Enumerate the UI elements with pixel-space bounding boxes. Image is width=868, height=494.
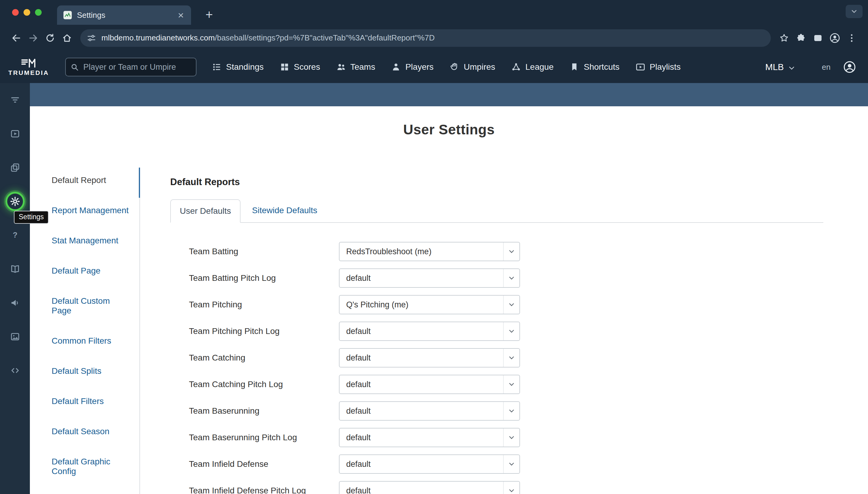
home-button[interactable] bbox=[59, 30, 76, 46]
chevron-down-icon bbox=[503, 269, 519, 287]
nav-item-label: League bbox=[526, 62, 553, 72]
field-label: Team Batting Pitch Log bbox=[189, 273, 339, 283]
team-baserunning-select[interactable]: default bbox=[339, 401, 520, 421]
field-label: Team Catching Pitch Log bbox=[189, 380, 339, 389]
sidebar-item-announcements[interactable] bbox=[0, 286, 30, 320]
select-value: default bbox=[339, 406, 503, 416]
video-icon bbox=[10, 129, 20, 139]
settings-tooltip: Settings bbox=[14, 211, 48, 224]
team-infield-defense-pitch-log-select[interactable]: default bbox=[339, 481, 520, 494]
select-value: default bbox=[339, 460, 503, 469]
sidebar-item-media[interactable] bbox=[0, 320, 30, 354]
chevron-down-icon bbox=[503, 402, 519, 420]
league-selector[interactable]: MLB bbox=[765, 62, 795, 72]
tab-search-button[interactable] bbox=[846, 5, 863, 18]
tab-title: Settings bbox=[77, 11, 177, 20]
browser-profile-avatar[interactable] bbox=[826, 30, 843, 46]
section-heading: Default Reports bbox=[170, 177, 823, 188]
select-value: default bbox=[339, 380, 503, 389]
team-catching-select[interactable]: default bbox=[339, 348, 520, 367]
global-search-box[interactable] bbox=[65, 58, 196, 76]
settings-nav-item-stat-management[interactable]: Stat Management bbox=[52, 236, 139, 246]
search-input[interactable] bbox=[83, 62, 192, 72]
nav-item-playlists[interactable]: Playlists bbox=[635, 62, 681, 72]
tab-sitewide-defaults[interactable]: Sitewide Defaults bbox=[240, 199, 329, 222]
nav-item-label: Playlists bbox=[650, 62, 681, 72]
settings-nav-item-report-management[interactable]: Report Management bbox=[52, 206, 139, 215]
sidebar-item-video[interactable] bbox=[0, 117, 30, 151]
settings-nav-item-default-page[interactable]: Default Page bbox=[52, 266, 139, 276]
team-pitching-pitch-log-select[interactable]: default bbox=[339, 322, 520, 341]
account-icon[interactable] bbox=[843, 60, 856, 74]
team-batting-pitch-log-select[interactable]: default bbox=[339, 268, 520, 288]
nav-item-teams[interactable]: Teams bbox=[336, 62, 375, 72]
nav-item-standings[interactable]: Standings bbox=[212, 62, 264, 72]
field-row-team-baserunning-pitch-log: Team Baserunning Pitch Logdefault bbox=[189, 428, 823, 447]
playlists-icon bbox=[635, 62, 646, 72]
primary-nav: StandingsScoresTeamsPlayersUmpiresLeague… bbox=[212, 62, 680, 72]
field-label: Team Batting bbox=[189, 247, 339, 256]
nav-item-scores[interactable]: Scores bbox=[279, 62, 320, 72]
tab-user-defaults[interactable]: User Defaults bbox=[170, 199, 240, 223]
media-gallery-icon bbox=[10, 331, 20, 342]
browser-titlebar: Settings × + bbox=[0, 0, 868, 25]
settings-nav-item-default-filters[interactable]: Default Filters bbox=[52, 397, 139, 406]
team-catching-pitch-log-select[interactable]: default bbox=[339, 375, 520, 394]
minimize-window-button[interactable] bbox=[23, 9, 30, 16]
brand-name: TRUMEDIA bbox=[8, 69, 49, 76]
field-label: Team Baserunning bbox=[189, 406, 339, 416]
team-infield-defense-select[interactable]: default bbox=[339, 454, 520, 474]
chevron-down-icon bbox=[503, 349, 519, 367]
back-button[interactable] bbox=[8, 30, 25, 46]
field-row-team-batting: Team BattingRedsTroubleshoot (me) bbox=[189, 242, 823, 261]
nav-item-players[interactable]: Players bbox=[391, 62, 433, 72]
sidebar-item-cards[interactable] bbox=[0, 151, 30, 185]
announcements-megaphone-icon bbox=[10, 298, 20, 308]
site-info-tune-icon[interactable] bbox=[86, 33, 97, 43]
fullscreen-window-button[interactable] bbox=[35, 9, 42, 16]
language-label[interactable]: en bbox=[822, 62, 831, 72]
sidebar-item-filters[interactable] bbox=[0, 83, 30, 117]
settings-nav-item-default-splits[interactable]: Default Splits bbox=[52, 366, 139, 376]
settings-gear-icon bbox=[10, 196, 20, 207]
settings-nav-item-default-report[interactable]: Default Report bbox=[52, 175, 139, 185]
side-panel-icon[interactable] bbox=[809, 30, 826, 46]
tab-close-icon[interactable]: × bbox=[177, 10, 185, 20]
active-ring bbox=[5, 192, 25, 211]
browser-tab-settings[interactable]: Settings × bbox=[57, 5, 191, 25]
extensions-puzzle-icon[interactable] bbox=[792, 30, 809, 46]
chevron-down-icon bbox=[503, 296, 519, 314]
trumedia-favicon-icon bbox=[63, 11, 72, 20]
reload-button[interactable] bbox=[42, 30, 59, 46]
players-icon bbox=[391, 62, 401, 72]
forward-button[interactable] bbox=[25, 30, 42, 46]
sidebar-item-developer[interactable] bbox=[0, 354, 30, 387]
icon-wrap bbox=[10, 331, 20, 342]
settings-nav-item-default-season[interactable]: Default Season bbox=[52, 427, 139, 436]
bookmark-star-icon[interactable] bbox=[776, 30, 792, 46]
address-bar[interactable]: mlbdemo.trumedianetworks.com/baseball/se… bbox=[80, 29, 771, 47]
field-row-team-infield-defense: Team Infield Defensedefault bbox=[189, 454, 823, 474]
nav-item-label: Umpires bbox=[464, 62, 495, 72]
team-baserunning-pitch-log-select[interactable]: default bbox=[339, 428, 520, 447]
new-tab-button[interactable]: + bbox=[202, 7, 217, 22]
chevron-down-icon bbox=[503, 429, 519, 446]
page-header-band bbox=[30, 83, 868, 106]
trumedia-logo[interactable]: TRUMEDIA bbox=[0, 58, 57, 76]
nav-item-shortcuts[interactable]: Shortcuts bbox=[569, 62, 619, 72]
nav-item-league[interactable]: League bbox=[511, 62, 553, 72]
team-batting-select[interactable]: RedsTroubleshoot (me) bbox=[339, 242, 520, 261]
sidebar-item-glossary[interactable] bbox=[0, 252, 30, 286]
browser-menu-dots-icon[interactable] bbox=[843, 30, 860, 46]
settings-nav-item-default-custom-page[interactable]: Default Custom Page bbox=[52, 296, 139, 316]
field-label: Team Pitching Pitch Log bbox=[189, 326, 339, 336]
close-window-button[interactable] bbox=[12, 9, 19, 16]
settings-nav-item-default-graphic-config[interactable]: Default Graphic Config bbox=[52, 457, 139, 476]
nav-item-umpires[interactable]: Umpires bbox=[449, 62, 495, 72]
team-pitching-select[interactable]: Q's Pitching (me) bbox=[339, 295, 520, 314]
filter-icon bbox=[10, 95, 20, 105]
trumedia-logo-icon bbox=[19, 58, 38, 69]
field-row-team-catching: Team Catchingdefault bbox=[189, 348, 823, 367]
settings-nav-item-common-filters[interactable]: Common Filters bbox=[52, 336, 139, 346]
field-row-team-infield-defense-pitch-log: Team Infield Defense Pitch Logdefault bbox=[189, 481, 823, 494]
